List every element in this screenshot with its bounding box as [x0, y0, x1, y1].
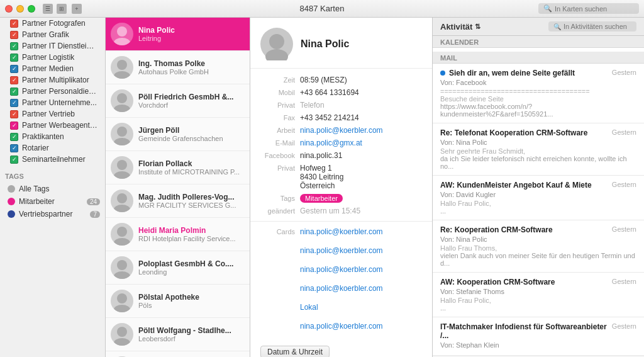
- arbeit-value[interactable]: nina.polic@koerbler.com: [300, 126, 422, 135]
- sidebar-item-partner-it-dienstleister[interactable]: ✓Partner IT Dienstleister: [3, 40, 103, 52]
- privat-value: Telefon: [300, 101, 422, 110]
- contact-list-item[interactable]: Heidi Maria PolminRDI Hotelplan Facility…: [106, 218, 250, 251]
- mail-item[interactable]: Re: Telefonat Kooperation CRM-SoftwareGe…: [433, 123, 644, 176]
- tag-label: Vertriebspartner: [19, 210, 72, 218]
- global-search[interactable]: 🔍: [538, 3, 639, 14]
- activity-search-icon: 🔍: [553, 23, 561, 30]
- tag-item-vertriebspartner[interactable]: Vertriebspartner7: [0, 208, 105, 220]
- mail-from: Von: Nina Polic: [440, 139, 636, 146]
- sidebar-item-label: Partner Personaldie­n...: [22, 87, 97, 96]
- tags-value: Mitarbeiter: [300, 194, 422, 203]
- activity-search[interactable]: 🔍: [548, 21, 636, 31]
- mitarbeiter-tag[interactable]: Mitarbeiter: [300, 194, 343, 203]
- mail-section-header: Mail: [433, 52, 644, 64]
- mail-item[interactable]: Re: Kooperation CRM-SoftwareGesternVon: …: [433, 220, 644, 273]
- contact-list-item[interactable]: Polytec Elastoform Gmb...Marchtrenk: [106, 351, 250, 357]
- sidebar-item-praktikanten[interactable]: ✓Praktikanten: [3, 131, 103, 142]
- svg-point-7: [114, 138, 130, 145]
- email-value[interactable]: nina.polic@gmx.at: [300, 139, 422, 147]
- svg-point-16: [117, 293, 127, 303]
- contact-list-item[interactable]: Florian PollackInstitute of MICROTRAININ…: [106, 151, 250, 184]
- sidebar-item-partner-personaldie­n...[interactable]: ✓Partner Personaldie­n...: [3, 86, 103, 97]
- contact-name: Florian Pollack: [138, 159, 245, 168]
- sidebar-item-label: Seminarteilnehmer: [22, 155, 86, 164]
- svg-point-11: [114, 205, 130, 212]
- contact-list-item[interactable]: Mag. Judith Polleres-Vog...MGR FACILITY …: [106, 184, 250, 218]
- unread-dot: [440, 71, 445, 76]
- sidebar-item-label: Partner IT Dienstleister: [22, 42, 97, 50]
- detail-card-link[interactable]: nina.polic@koerbler.com: [300, 246, 383, 255]
- mail-subject-text: Sieh dir an, wem deine Seite gefällt: [449, 69, 575, 77]
- sidebar-item-partner-fotografen[interactable]: ✓Partner Fotografen: [3, 18, 103, 29]
- mail-from: Von: David Kugler: [440, 191, 636, 198]
- svg-point-10: [117, 193, 127, 203]
- maximize-button[interactable]: [28, 5, 35, 13]
- add-button[interactable]: +: [72, 4, 82, 14]
- contact-list-item[interactable]: Poloplast GesmbH & Co....Leonding: [106, 251, 250, 285]
- sidebar-item-partner-multiplikator[interactable]: ✓Partner Multiplikator: [3, 74, 103, 86]
- minimize-button[interactable]: [16, 5, 24, 13]
- contact-avatar: [111, 56, 133, 79]
- mail-preview-line1: =====================================: [440, 88, 636, 95]
- facebook-value: nina.polic.31: [300, 151, 422, 160]
- close-button[interactable]: [5, 5, 13, 13]
- mail-item[interactable]: Sieh dir an, wem deine Seite gefälltGest…: [433, 64, 644, 123]
- mail-item[interactable]: AW: Kooperation CRM-SoftwareGesternVon: …: [433, 273, 644, 317]
- activity-search-input[interactable]: [564, 23, 631, 30]
- grid-view-icon[interactable]: ⊞: [57, 4, 67, 14]
- sidebar-checkbox: ✓: [10, 122, 18, 130]
- contact-list-item[interactable]: Pölstal ApothekePöls: [106, 285, 250, 318]
- sidebar-checkbox: ✓: [10, 31, 18, 39]
- fax-label: Fax: [260, 113, 295, 122]
- sort-icon[interactable]: ⇅: [475, 23, 480, 31]
- sidebar-item-partner-vertrieb[interactable]: ✓Partner Vertrieb: [3, 108, 103, 120]
- sidebar-checkbox: ✓: [10, 110, 18, 118]
- contact-list-item[interactable]: Pöll Friedrich GesmbH &...Vorchdorf: [106, 84, 250, 118]
- list-view-icon[interactable]: ☰: [43, 4, 53, 14]
- mail-date: Gestern: [612, 322, 636, 330]
- detail-card-link[interactable]: nina.polic@koerbler.com: [300, 322, 383, 331]
- sidebar-item-rotarier[interactable]: ✓Rotarier: [3, 142, 103, 154]
- detail-facebook-row: Facebook nina.polic.31: [250, 149, 432, 162]
- contact-list-item[interactable]: Jürgen PöllGemeinde Grafenschachen: [106, 118, 250, 151]
- contact-list-item[interactable]: Ing. Thomas PolkeAutohaus Polke GmbH: [106, 51, 250, 84]
- sidebar-item-partner-grafik[interactable]: ✓Partner Grafik: [3, 29, 103, 40]
- contact-avatar: [111, 89, 133, 112]
- sidebar-item-partner-medien[interactable]: ✓Partner Medien: [3, 63, 103, 74]
- sidebar-item-seminarteilnehmer[interactable]: ✓Seminarteilnehmer: [3, 154, 103, 165]
- detail-card-link[interactable]: nina.polic@koerbler.com: [300, 227, 383, 236]
- global-search-input[interactable]: [555, 5, 634, 13]
- sidebar-item-label: Partner Werbeagentu...: [22, 121, 97, 130]
- mobil-label: Mobil: [260, 88, 295, 97]
- svg-point-19: [114, 338, 130, 346]
- detail-card-link[interactable]: Lokal: [300, 303, 383, 312]
- mail-item[interactable]: AW: KundenMeister Angebot Kauf & MieteGe…: [433, 176, 644, 220]
- contact-list-item[interactable]: Nina PolicLeitring: [106, 18, 250, 51]
- mail-date: Gestern: [612, 181, 636, 188]
- mail-item[interactable]: IT-Matchmaker Infodienst für Softwareanb…: [433, 317, 644, 356]
- contact-subtitle: Gemeinde Grafenschachen: [138, 135, 245, 142]
- svg-point-9: [114, 171, 130, 179]
- sidebar-item-partner-logistik[interactable]: ✓Partner Logistik: [3, 52, 103, 63]
- detail-panel: Nina Polic Zeit 08:59 (MESZ) Mobil +43 6…: [250, 18, 433, 357]
- privat-label: Privat: [260, 101, 295, 110]
- tag-item-mitarbeiter[interactable]: Mitarbeiter24: [0, 195, 105, 208]
- contact-subtitle: Leonding: [138, 268, 245, 276]
- contact-text: Pöll Friedrich GesmbH &...Vorchdorf: [138, 93, 245, 109]
- time-label: Zeit: [260, 76, 295, 84]
- detail-card-link[interactable]: nina.polic@koerbler.com: [300, 284, 383, 293]
- window-title: 8487 Karten: [300, 4, 345, 13]
- contact-list-item[interactable]: Pöltl Wolfgang - Stadlhe...Leobersdorf: [106, 318, 250, 351]
- address-line3: Österreich: [300, 181, 335, 190]
- tag-item-alle tags[interactable]: Alle Tags: [0, 183, 105, 195]
- detail-address-row: Privat Hofweg 1 8430 Leitring Österreich: [250, 162, 432, 192]
- svg-point-12: [117, 227, 127, 237]
- tag-color-dot: [8, 198, 15, 205]
- sidebar-item-partner-unternehme...[interactable]: ✓Partner Unternehme...: [3, 97, 103, 108]
- activity-title-text: Aktivität: [440, 22, 472, 31]
- stempel-button[interactable]: Datum & Uhrzeit: [260, 346, 330, 357]
- detail-card-link[interactable]: nina.polic@koerbler.com: [300, 265, 383, 274]
- detail-stempel: Datum & Uhrzeit: [260, 346, 422, 357]
- svg-point-18: [117, 327, 127, 337]
- sidebar-item-partner-werbeagentu...[interactable]: ✓Partner Werbeagentu...: [3, 120, 103, 131]
